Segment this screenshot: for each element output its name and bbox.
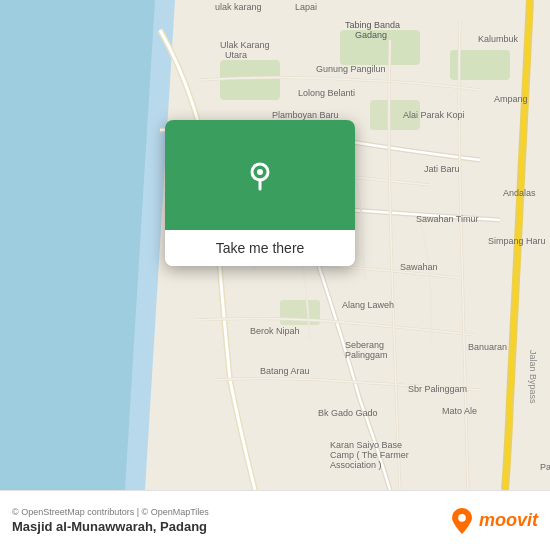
svg-text:Utara: Utara: [225, 50, 247, 60]
svg-text:Gunung Pangilun: Gunung Pangilun: [316, 64, 386, 74]
svg-text:Kalumbuk: Kalumbuk: [478, 34, 519, 44]
svg-text:Camp ( The Farmer: Camp ( The Farmer: [330, 450, 409, 460]
svg-text:Gadang: Gadang: [355, 30, 387, 40]
place-name: Masjid al-Munawwarah, Padang: [12, 519, 209, 534]
svg-text:Sawahan Timur: Sawahan Timur: [416, 214, 479, 224]
bottom-bar: © OpenStreetMap contributors | © OpenMap…: [0, 490, 550, 550]
svg-text:Mato Ale: Mato Ale: [442, 406, 477, 416]
svg-text:ulak karang: ulak karang: [215, 2, 262, 12]
svg-text:Lolong Belanti: Lolong Belanti: [298, 88, 355, 98]
attribution-text: © OpenStreetMap contributors | © OpenMap…: [12, 507, 209, 517]
svg-text:Jati Baru: Jati Baru: [424, 164, 460, 174]
svg-text:Andalas: Andalas: [503, 188, 536, 198]
svg-text:Seberang: Seberang: [345, 340, 384, 350]
svg-text:Karan Saiyo Base: Karan Saiyo Base: [330, 440, 402, 450]
svg-text:Jalan Bypass: Jalan Bypass: [528, 350, 538, 404]
svg-text:Tabing Banda: Tabing Banda: [345, 20, 400, 30]
moovit-logo: moovit: [449, 508, 538, 534]
svg-text:Plamboyan Baru: Plamboyan Baru: [272, 110, 339, 120]
svg-text:Sawahan: Sawahan: [400, 262, 438, 272]
svg-text:Palinggam: Palinggam: [345, 350, 388, 360]
svg-text:Pampa: Pampa: [540, 462, 550, 472]
svg-text:Banuaran: Banuaran: [468, 342, 507, 352]
location-pin-icon: [238, 153, 282, 197]
location-card: Take me there: [165, 120, 355, 266]
card-map-preview: [165, 120, 355, 230]
svg-point-43: [458, 514, 466, 522]
bottom-left: © OpenStreetMap contributors | © OpenMap…: [12, 507, 209, 534]
svg-text:Association ): Association ): [330, 460, 382, 470]
svg-text:Alai Parak Kopi: Alai Parak Kopi: [403, 110, 465, 120]
svg-text:Batang Arau: Batang Arau: [260, 366, 310, 376]
svg-text:Lapai: Lapai: [295, 2, 317, 12]
svg-point-41: [257, 169, 263, 175]
svg-text:Simpang Haru: Simpang Haru: [488, 236, 546, 246]
map-container: ulak karang Lapai Ulak Karang Utara Tabi…: [0, 0, 550, 490]
svg-text:Ampang: Ampang: [494, 94, 528, 104]
svg-text:Berok Nipah: Berok Nipah: [250, 326, 300, 336]
svg-text:Sbr Palinggam: Sbr Palinggam: [408, 384, 467, 394]
svg-text:Ulak Karang: Ulak Karang: [220, 40, 270, 50]
moovit-label: moovit: [479, 510, 538, 531]
svg-text:Bk Gado Gado: Bk Gado Gado: [318, 408, 378, 418]
moovit-pin-icon: [449, 508, 475, 534]
svg-text:Alang Laweh: Alang Laweh: [342, 300, 394, 310]
take-me-there-button[interactable]: Take me there: [165, 230, 355, 266]
